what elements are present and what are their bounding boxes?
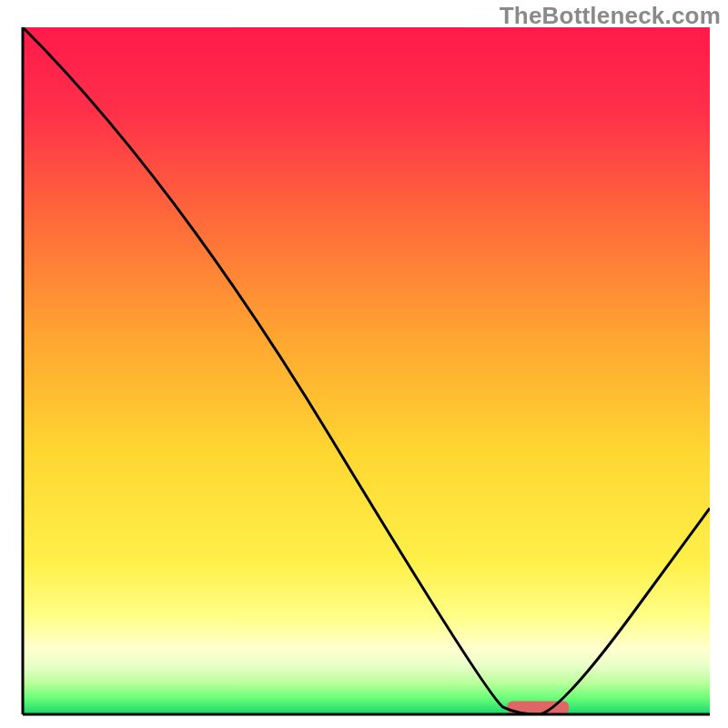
plot-background — [23, 27, 710, 714]
chart-container: TheBottleneck.com — [0, 0, 728, 728]
watermark-text: TheBottleneck.com — [500, 2, 721, 30]
chart-svg — [0, 0, 728, 728]
